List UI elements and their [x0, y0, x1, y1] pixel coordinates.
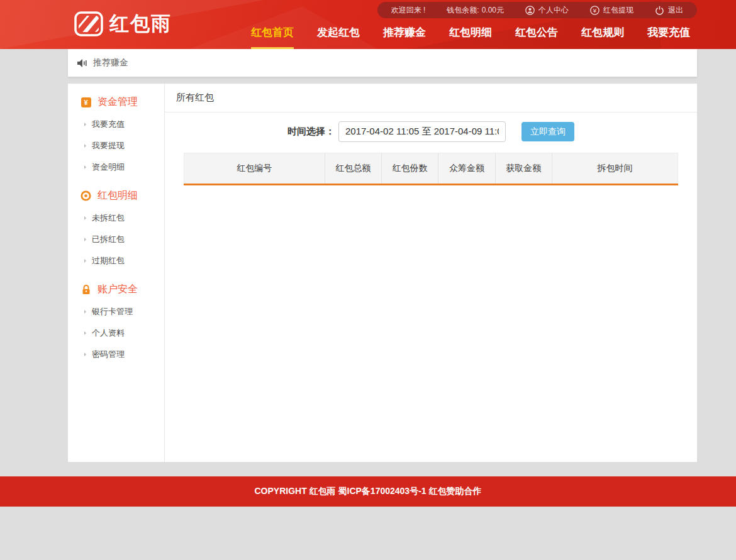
col-header-total-amount: 红包总额 — [325, 153, 381, 185]
sidebar-title-funds: ¥ 资金管理 — [81, 96, 164, 109]
speaker-icon — [77, 58, 87, 68]
bullet-arrow-icon — [84, 331, 86, 335]
logout-label: 退出 — [668, 5, 683, 16]
sidebar: ¥ 资金管理 我要充值 我要提现 资金明细 — [68, 84, 165, 462]
logout-link[interactable]: 退出 — [655, 5, 683, 16]
sidebar-item-expired[interactable]: 过期红包 — [81, 250, 164, 272]
user-center-link[interactable]: 个人中心 — [525, 5, 569, 16]
sidebar-item-fund-details[interactable]: 资金明细 — [81, 156, 164, 178]
bullet-arrow-icon — [84, 353, 86, 356]
main-nav: 红包首页 发起红包 推荐赚金 红包明细 红包公告 红包规则 我要充值 — [228, 25, 690, 49]
bullet-arrow-icon — [84, 310, 86, 314]
announcement-bar: 推荐赚金 — [68, 49, 697, 77]
sidebar-item-label: 已拆红包 — [92, 234, 125, 245]
nav-item-rules[interactable]: 红包规则 — [581, 25, 624, 49]
nav-item-create-redpacket[interactable]: 发起红包 — [317, 25, 360, 49]
sidebar-title-label: 资金管理 — [98, 96, 138, 109]
withdraw-icon: ¥ — [590, 6, 599, 15]
user-icon — [525, 6, 535, 15]
sidebar-item-password[interactable]: 密码管理 — [81, 344, 164, 365]
sidebar-item-recharge[interactable]: 我要充值 — [81, 114, 164, 135]
col-header-share-count: 红包份数 — [381, 153, 438, 185]
withdraw-label: 红包提现 — [603, 5, 633, 16]
date-range-input[interactable] — [338, 121, 506, 142]
sidebar-item-bank-cards[interactable]: 银行卡管理 — [81, 301, 164, 322]
topbar: 欢迎回来 ! 钱包余额: 0.00元 个人中心 ¥ 红包提现 — [377, 2, 697, 18]
sidebar-item-label: 我要充值 — [92, 119, 125, 130]
content-area: 所有红包 时间选择： 立即查询 红包编号 红包总额 红包份数 众筹金额 获取金额… — [165, 84, 697, 462]
power-icon — [655, 6, 664, 15]
query-button[interactable]: 立即查询 — [521, 122, 574, 141]
announcement-text: 推荐赚金 — [93, 57, 128, 69]
col-header-open-time: 拆包时间 — [552, 153, 677, 185]
welcome-text: 欢迎回来 ! — [391, 5, 426, 16]
target-icon — [81, 190, 91, 201]
col-header-redpacket-id: 红包编号 — [184, 153, 325, 185]
page-title: 所有红包 — [165, 84, 697, 113]
copyright-text: COPYRIGHT 红包雨 蜀ICP备17002403号-1 红包赞助合作 — [255, 486, 482, 497]
wallet-balance-value: 0.00元 — [482, 5, 504, 16]
wallet-balance: 钱包余额: 0.00元 — [447, 5, 504, 16]
nav-item-announcements[interactable]: 红包公告 — [515, 25, 558, 49]
user-center-label: 个人中心 — [538, 5, 569, 16]
bullet-arrow-icon — [84, 216, 86, 220]
nav-item-home[interactable]: 红包首页 — [251, 25, 294, 49]
sidebar-item-label: 过期红包 — [92, 255, 125, 266]
sidebar-section-redpackets: 红包明细 未拆红包 已拆红包 过期红包 — [68, 180, 164, 274]
col-header-received-amount: 获取金额 — [495, 153, 552, 185]
main-container: ¥ 资金管理 我要充值 我要提现 资金明细 — [68, 84, 697, 462]
nav-item-recharge[interactable]: 我要充值 — [647, 25, 690, 49]
sidebar-title-redpackets: 红包明细 — [81, 189, 164, 202]
table-header-row: 红包编号 红包总额 红包份数 众筹金额 获取金额 拆包时间 — [184, 153, 678, 185]
bullet-arrow-icon — [84, 144, 86, 148]
wallet-balance-label: 钱包余额: — [447, 5, 479, 16]
money-icon: ¥ — [81, 97, 91, 107]
sidebar-item-label: 个人资料 — [92, 327, 125, 339]
redpacket-table: 红包编号 红包总额 红包份数 众筹金额 获取金额 拆包时间 — [184, 153, 678, 185]
sidebar-item-profile[interactable]: 个人资料 — [81, 322, 164, 344]
time-filter-label: 时间选择： — [287, 126, 335, 138]
sidebar-item-label: 银行卡管理 — [92, 306, 133, 317]
nav-item-redpacket-details[interactable]: 红包明细 — [449, 25, 492, 49]
svg-text:¥: ¥ — [593, 6, 597, 13]
sidebar-item-withdraw[interactable]: 我要提现 — [81, 135, 164, 156]
logo-icon — [74, 11, 103, 36]
bullet-arrow-icon — [84, 123, 86, 126]
bullet-arrow-icon — [84, 259, 86, 263]
bullet-arrow-icon — [84, 165, 86, 169]
sidebar-item-label: 我要提现 — [92, 140, 125, 151]
time-filter: 时间选择： 立即查询 — [165, 121, 697, 142]
lock-icon — [81, 284, 91, 295]
bullet-arrow-icon — [84, 238, 86, 241]
logo[interactable]: 红包雨 — [74, 11, 172, 37]
col-header-crowdfund-amount: 众筹金额 — [438, 153, 495, 185]
nav-item-referral[interactable]: 推荐赚金 — [383, 25, 426, 49]
sidebar-title-label: 红包明细 — [98, 189, 138, 202]
sidebar-title-label: 账户安全 — [98, 283, 138, 296]
sidebar-title-security: 账户安全 — [81, 283, 164, 296]
sidebar-section-funds: ¥ 资金管理 我要充值 我要提现 资金明细 — [68, 87, 164, 180]
site-footer: COPYRIGHT 红包雨 蜀ICP备17002403号-1 红包赞助合作 — [0, 476, 736, 507]
sidebar-item-unopened[interactable]: 未拆红包 — [81, 207, 164, 229]
withdraw-link[interactable]: ¥ 红包提现 — [590, 5, 633, 16]
logo-text: 红包雨 — [109, 11, 172, 37]
sidebar-item-opened[interactable]: 已拆红包 — [81, 229, 164, 250]
sidebar-item-label: 资金明细 — [92, 162, 125, 173]
sidebar-item-label: 密码管理 — [92, 349, 125, 360]
site-header: 红包雨 欢迎回来 ! 钱包余额: 0.00元 个人中心 ¥ 红包提现 — [0, 0, 736, 49]
sidebar-item-label: 未拆红包 — [92, 212, 125, 224]
sidebar-section-security: 账户安全 银行卡管理 个人资料 密码管理 — [68, 274, 164, 368]
